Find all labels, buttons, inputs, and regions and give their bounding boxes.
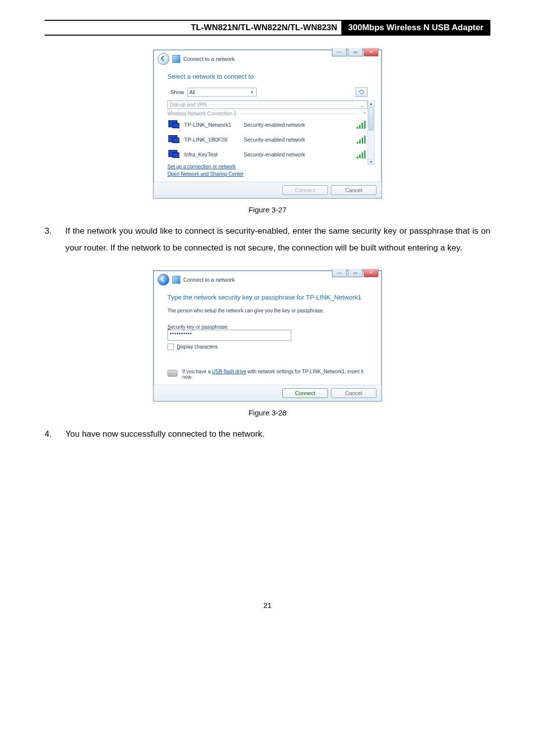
dialog-footer: Connect Cancel (154, 385, 381, 401)
scroll-up-icon[interactable]: ▲ (368, 101, 374, 106)
show-filter-value: All (190, 90, 195, 95)
chevron-down-icon: ▼ (250, 90, 254, 95)
header-product-name: 300Mbps Wireless N USB Adapter (341, 21, 490, 35)
step-text: If the network you would like to connect… (65, 223, 490, 256)
network-desc: Security-enabled network (244, 151, 305, 157)
step-4: 4. You have now successfully connected t… (45, 426, 490, 443)
key-hint-text: The person who setup the network can giv… (167, 308, 368, 313)
dialog-title: Connect to a network (183, 56, 235, 62)
network-row[interactable]: Infra_KeyTest Security-enabled network (167, 147, 368, 162)
connect-button[interactable]: Connect (282, 185, 328, 195)
minimize-button[interactable]: — (332, 269, 347, 277)
document-header: TL-WN821N/TL-WN822N/TL-WN823N 300Mbps Wi… (45, 21, 490, 36)
group-dialup-label: Dial-up and VPN (170, 102, 207, 107)
signal-strength-icon (357, 121, 367, 129)
network-name: TP-LINK_1B0F28 (184, 137, 239, 143)
refresh-icon (359, 89, 365, 95)
group-wireless[interactable]: Wireless Network Connection 6 ⌃ (167, 109, 368, 117)
chevron-up-icon: ⌃ (363, 111, 368, 116)
scroll-thumb[interactable] (369, 107, 374, 131)
page-number: 21 (45, 601, 490, 609)
dialog-heading: Select a network to connect to (167, 73, 368, 80)
scroll-down-icon[interactable]: ▼ (368, 159, 374, 164)
scrollbar[interactable]: ▲ ▼ (368, 101, 374, 165)
signal-strength-icon (357, 136, 367, 144)
maximize-button[interactable]: ▭ (348, 48, 363, 56)
group-wireless-label: Wireless Network Connection 6 (167, 111, 237, 116)
dialog-heading: Type the network security key or passphr… (167, 294, 368, 301)
step-text: You have now successfully connected to t… (65, 426, 490, 443)
dialog-title: Connect to a network (183, 277, 235, 283)
network-row[interactable]: TP-LINK_1B0F28 Security-enabled network (167, 132, 368, 147)
back-button[interactable] (158, 274, 169, 286)
close-button[interactable]: ✕ (364, 269, 378, 277)
minimize-button[interactable]: — (332, 48, 347, 56)
link-open-sharing-center[interactable]: Open Network and Sharing Center (167, 171, 368, 177)
usb-flash-icon (167, 370, 177, 377)
network-icon (172, 55, 180, 63)
network-desc: Security-enabled network (244, 122, 305, 128)
maximize-button[interactable]: ▭ (348, 269, 363, 277)
usb-flash-note: If you have a USB flash drive with netwo… (167, 369, 368, 380)
show-label: Show (170, 89, 184, 95)
cancel-button[interactable]: Cancel (331, 388, 376, 398)
network-name: TP-LINK_Network1 (184, 122, 239, 128)
network-name: Infra_KeyTest (184, 151, 239, 157)
figure-caption-1: Figure 3-27 (45, 205, 490, 214)
key-label: Security key or passphrase: (167, 324, 368, 330)
link-setup-connection[interactable]: Set up a connection or network (167, 164, 368, 169)
link-usb-flash-drive[interactable]: USB flash drive (212, 369, 246, 374)
security-key-input[interactable]: •••••••••• (167, 330, 291, 341)
computer-icon (168, 135, 179, 144)
display-characters-label: Display characters (177, 344, 217, 350)
display-characters-checkbox[interactable] (167, 344, 174, 350)
signal-strength-icon (357, 151, 367, 158)
figure-caption-2: Figure 3-28 (45, 408, 490, 417)
computer-icon (168, 120, 179, 129)
header-model-codes: TL-WN821N/TL-WN822N/TL-WN823N (45, 21, 341, 35)
step-number: 3. (45, 223, 65, 256)
network-icon (172, 276, 180, 284)
dialog-enter-key: Connect to a network — ▭ ✕ Type the netw… (153, 270, 382, 402)
refresh-button[interactable] (356, 87, 368, 97)
dialog-title-bar: Connect to a network — ▭ ✕ (154, 271, 381, 286)
close-button[interactable]: ✕ (364, 48, 378, 56)
cancel-button[interactable]: Cancel (331, 185, 376, 195)
network-row[interactable]: TP-LINK_Network1 Security-enabled networ… (167, 117, 368, 132)
step-3: 3. If the network you would like to conn… (45, 223, 490, 256)
step-number: 4. (45, 426, 65, 443)
group-dialup-vpn[interactable]: Dial-up and VPN ⌄ (167, 101, 368, 109)
connect-button[interactable]: Connect (282, 388, 328, 398)
dialog-title-bar: Connect to a network — ▭ ✕ (154, 50, 381, 65)
network-list: ▲ ▼ Dial-up and VPN ⌄ Wireless Network C… (167, 100, 368, 162)
back-button[interactable] (158, 53, 169, 65)
show-filter-select[interactable]: All ▼ (187, 88, 257, 97)
dialog-footer: Connect Cancel (154, 182, 381, 198)
network-desc: Security-enabled network (244, 137, 305, 143)
computer-icon (168, 150, 179, 159)
usb-note-pre: If you have a (182, 369, 212, 374)
chevron-down-icon: ⌄ (360, 102, 365, 107)
dialog-connect-network-list: Connect to a network — ▭ ✕ Select a netw… (153, 50, 382, 199)
